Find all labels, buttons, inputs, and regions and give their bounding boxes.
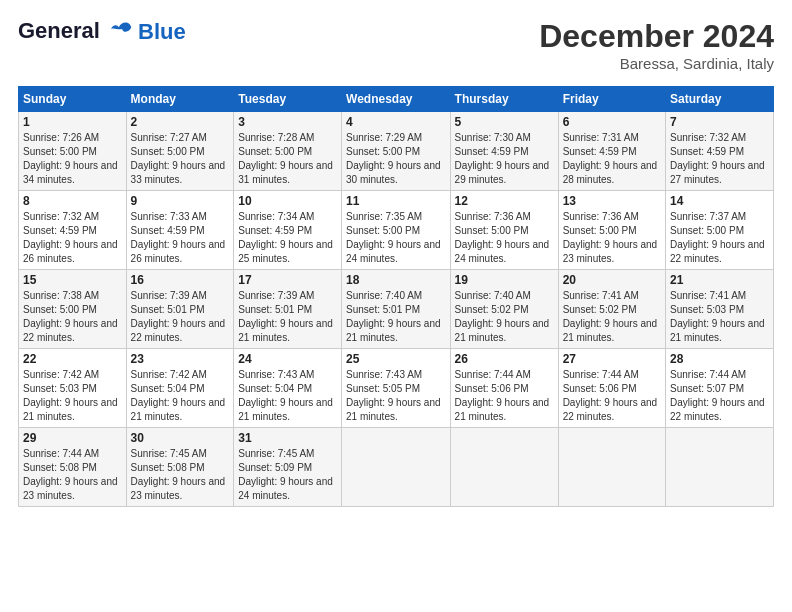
day-info: Sunrise: 7:35 AMSunset: 5:00 PMDaylight:… [346,211,441,264]
calendar-table: Sunday Monday Tuesday Wednesday Thursday… [18,86,774,507]
table-row [558,428,665,507]
col-wednesday: Wednesday [342,87,451,112]
table-row: 6 Sunrise: 7:31 AMSunset: 4:59 PMDayligh… [558,112,665,191]
day-info: Sunrise: 7:41 AMSunset: 5:03 PMDaylight:… [670,290,765,343]
table-row: 25 Sunrise: 7:43 AMSunset: 5:05 PMDaylig… [342,349,451,428]
table-row: 20 Sunrise: 7:41 AMSunset: 5:02 PMDaylig… [558,270,665,349]
day-info: Sunrise: 7:29 AMSunset: 5:00 PMDaylight:… [346,132,441,185]
day-number: 29 [23,431,122,445]
day-info: Sunrise: 7:32 AMSunset: 4:59 PMDaylight:… [670,132,765,185]
day-number: 14 [670,194,769,208]
day-number: 4 [346,115,446,129]
day-number: 26 [455,352,554,366]
table-row: 15 Sunrise: 7:38 AMSunset: 5:00 PMDaylig… [19,270,127,349]
table-row [342,428,451,507]
day-info: Sunrise: 7:44 AMSunset: 5:06 PMDaylight:… [455,369,550,422]
table-row: 28 Sunrise: 7:44 AMSunset: 5:07 PMDaylig… [666,349,774,428]
table-row: 27 Sunrise: 7:44 AMSunset: 5:06 PMDaylig… [558,349,665,428]
table-row [666,428,774,507]
table-row: 3 Sunrise: 7:28 AMSunset: 5:00 PMDayligh… [234,112,342,191]
day-info: Sunrise: 7:32 AMSunset: 4:59 PMDaylight:… [23,211,118,264]
day-info: Sunrise: 7:44 AMSunset: 5:07 PMDaylight:… [670,369,765,422]
page: General Blue December 2024 Baressa, Sard… [0,0,792,517]
day-number: 8 [23,194,122,208]
day-number: 28 [670,352,769,366]
day-number: 9 [131,194,230,208]
table-row: 29 Sunrise: 7:44 AMSunset: 5:08 PMDaylig… [19,428,127,507]
calendar-week-row: 29 Sunrise: 7:44 AMSunset: 5:08 PMDaylig… [19,428,774,507]
table-row: 12 Sunrise: 7:36 AMSunset: 5:00 PMDaylig… [450,191,558,270]
day-number: 17 [238,273,337,287]
day-number: 23 [131,352,230,366]
table-row: 19 Sunrise: 7:40 AMSunset: 5:02 PMDaylig… [450,270,558,349]
day-number: 25 [346,352,446,366]
day-number: 24 [238,352,337,366]
day-number: 19 [455,273,554,287]
day-info: Sunrise: 7:26 AMSunset: 5:00 PMDaylight:… [23,132,118,185]
table-row: 30 Sunrise: 7:45 AMSunset: 5:08 PMDaylig… [126,428,234,507]
calendar-week-row: 15 Sunrise: 7:38 AMSunset: 5:00 PMDaylig… [19,270,774,349]
table-row: 7 Sunrise: 7:32 AMSunset: 4:59 PMDayligh… [666,112,774,191]
table-row: 13 Sunrise: 7:36 AMSunset: 5:00 PMDaylig… [558,191,665,270]
day-info: Sunrise: 7:39 AMSunset: 5:01 PMDaylight:… [238,290,333,343]
header: General Blue December 2024 Baressa, Sard… [18,18,774,72]
table-row: 24 Sunrise: 7:43 AMSunset: 5:04 PMDaylig… [234,349,342,428]
calendar-header-row: Sunday Monday Tuesday Wednesday Thursday… [19,87,774,112]
day-info: Sunrise: 7:37 AMSunset: 5:00 PMDaylight:… [670,211,765,264]
day-number: 2 [131,115,230,129]
table-row: 22 Sunrise: 7:42 AMSunset: 5:03 PMDaylig… [19,349,127,428]
day-number: 1 [23,115,122,129]
logo-bird-icon [108,18,136,46]
day-number: 21 [670,273,769,287]
day-number: 18 [346,273,446,287]
day-info: Sunrise: 7:27 AMSunset: 5:00 PMDaylight:… [131,132,226,185]
day-info: Sunrise: 7:28 AMSunset: 5:00 PMDaylight:… [238,132,333,185]
day-info: Sunrise: 7:42 AMSunset: 5:04 PMDaylight:… [131,369,226,422]
col-thursday: Thursday [450,87,558,112]
day-number: 16 [131,273,230,287]
table-row: 17 Sunrise: 7:39 AMSunset: 5:01 PMDaylig… [234,270,342,349]
table-row [450,428,558,507]
table-row: 4 Sunrise: 7:29 AMSunset: 5:00 PMDayligh… [342,112,451,191]
table-row: 14 Sunrise: 7:37 AMSunset: 5:00 PMDaylig… [666,191,774,270]
table-row: 10 Sunrise: 7:34 AMSunset: 4:59 PMDaylig… [234,191,342,270]
day-info: Sunrise: 7:33 AMSunset: 4:59 PMDaylight:… [131,211,226,264]
day-info: Sunrise: 7:44 AMSunset: 5:06 PMDaylight:… [563,369,658,422]
table-row: 18 Sunrise: 7:40 AMSunset: 5:01 PMDaylig… [342,270,451,349]
table-row: 31 Sunrise: 7:45 AMSunset: 5:09 PMDaylig… [234,428,342,507]
day-number: 31 [238,431,337,445]
table-row: 21 Sunrise: 7:41 AMSunset: 5:03 PMDaylig… [666,270,774,349]
col-sunday: Sunday [19,87,127,112]
day-number: 22 [23,352,122,366]
day-number: 10 [238,194,337,208]
table-row: 16 Sunrise: 7:39 AMSunset: 5:01 PMDaylig… [126,270,234,349]
day-info: Sunrise: 7:39 AMSunset: 5:01 PMDaylight:… [131,290,226,343]
day-info: Sunrise: 7:40 AMSunset: 5:02 PMDaylight:… [455,290,550,343]
table-row: 11 Sunrise: 7:35 AMSunset: 5:00 PMDaylig… [342,191,451,270]
table-row: 23 Sunrise: 7:42 AMSunset: 5:04 PMDaylig… [126,349,234,428]
day-number: 7 [670,115,769,129]
month-title: December 2024 [539,18,774,55]
day-info: Sunrise: 7:42 AMSunset: 5:03 PMDaylight:… [23,369,118,422]
day-info: Sunrise: 7:44 AMSunset: 5:08 PMDaylight:… [23,448,118,501]
day-number: 13 [563,194,661,208]
day-number: 12 [455,194,554,208]
calendar-week-row: 1 Sunrise: 7:26 AMSunset: 5:00 PMDayligh… [19,112,774,191]
day-number: 15 [23,273,122,287]
day-info: Sunrise: 7:43 AMSunset: 5:05 PMDaylight:… [346,369,441,422]
day-info: Sunrise: 7:38 AMSunset: 5:00 PMDaylight:… [23,290,118,343]
day-number: 6 [563,115,661,129]
day-info: Sunrise: 7:36 AMSunset: 5:00 PMDaylight:… [563,211,658,264]
day-number: 27 [563,352,661,366]
location: Baressa, Sardinia, Italy [539,55,774,72]
day-info: Sunrise: 7:41 AMSunset: 5:02 PMDaylight:… [563,290,658,343]
day-number: 3 [238,115,337,129]
logo: General Blue [18,18,186,46]
day-info: Sunrise: 7:30 AMSunset: 4:59 PMDaylight:… [455,132,550,185]
calendar-week-row: 8 Sunrise: 7:32 AMSunset: 4:59 PMDayligh… [19,191,774,270]
day-info: Sunrise: 7:31 AMSunset: 4:59 PMDaylight:… [563,132,658,185]
table-row: 2 Sunrise: 7:27 AMSunset: 5:00 PMDayligh… [126,112,234,191]
col-tuesday: Tuesday [234,87,342,112]
day-info: Sunrise: 7:45 AMSunset: 5:09 PMDaylight:… [238,448,333,501]
logo-blue: Blue [138,20,186,44]
